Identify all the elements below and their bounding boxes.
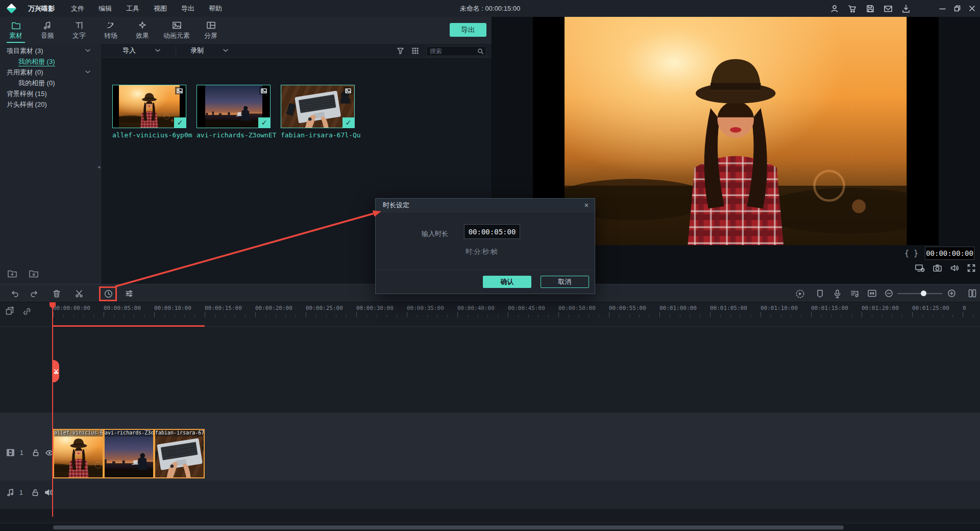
playhead[interactable] xyxy=(52,302,53,517)
record-button[interactable]: 录制 xyxy=(190,46,204,55)
lock-icon[interactable] xyxy=(31,488,39,497)
new-folder-icon[interactable] xyxy=(7,269,17,278)
split-scissors-icon[interactable] xyxy=(75,289,84,298)
timeline-clip-2[interactable]: avi-richards-Z3o xyxy=(104,429,154,478)
sidebar-item-project-media[interactable]: 项目素材 (3) xyxy=(0,45,102,56)
grid-view-icon[interactable] xyxy=(411,47,419,55)
import-button[interactable]: 导入 xyxy=(122,46,136,55)
render-preview-icon[interactable] xyxy=(795,289,805,299)
menu-tools[interactable]: 工具 xyxy=(119,0,146,17)
export-button[interactable]: 导出 xyxy=(450,23,486,37)
image-type-icon xyxy=(344,87,353,94)
fullscreen-icon[interactable] xyxy=(967,263,976,273)
search-box xyxy=(426,46,486,56)
filter-icon[interactable] xyxy=(397,47,404,55)
sidebar-item-my-album-shared[interactable]: 我的相册 (0) xyxy=(0,78,102,88)
ruler-label: 00:01:15:00 xyxy=(811,305,848,311)
import-chevron-icon[interactable] xyxy=(155,49,160,52)
tab-transition[interactable]: 转场 xyxy=(95,17,127,44)
preview-frame xyxy=(565,17,907,245)
timeline-ruler[interactable]: 00:00:00:0000:00:05:0000:00:10:0000:00:1… xyxy=(0,302,980,322)
duration-clock-icon[interactable] xyxy=(104,289,113,299)
zoom-slider-knob[interactable] xyxy=(921,291,926,296)
ruler-label: 00:00:10:00 xyxy=(154,305,191,311)
ruler-tick xyxy=(528,315,529,317)
scrollbar-thumb[interactable] xyxy=(53,525,844,529)
video-track-header: 1 xyxy=(0,448,54,457)
mark-out-icon[interactable]: } xyxy=(914,249,918,258)
redo-icon[interactable] xyxy=(30,289,39,298)
timeline-clip-1[interactable]: allef-vinicius-6 xyxy=(53,429,104,478)
horizontal-scrollbar[interactable] xyxy=(0,524,980,531)
undo-icon[interactable] xyxy=(10,289,19,298)
delete-trash-icon[interactable] xyxy=(52,289,61,298)
timeline-clip-3[interactable]: fabian-irsara-67 xyxy=(154,429,205,478)
media-item-1[interactable]: ✓ allef-vinicius-6yp0m xyxy=(112,85,186,139)
account-icon[interactable] xyxy=(830,4,839,13)
download-icon[interactable] xyxy=(901,4,911,13)
ruler-label: 00:00:40:00 xyxy=(457,305,495,311)
sidebar-item-shared-media[interactable]: 共用素材 (0) xyxy=(0,67,102,78)
ruler-label: 00:00:20:00 xyxy=(255,305,292,311)
audio-track[interactable] xyxy=(0,480,980,509)
mute-speaker-icon[interactable] xyxy=(950,263,959,273)
fit-timeline-icon[interactable] xyxy=(867,289,877,298)
video-track-icon xyxy=(6,448,15,457)
sidebar-item-my-album-project[interactable]: 我的相册 (3) xyxy=(0,56,102,67)
adjust-sliders-icon[interactable] xyxy=(125,289,134,298)
chevron-down-icon[interactable] xyxy=(85,49,90,52)
dialog-close-icon[interactable]: × xyxy=(584,199,589,212)
window-minimize-icon[interactable] xyxy=(939,5,946,12)
display-settings-icon[interactable] xyxy=(915,263,925,273)
delete-folder-icon[interactable] xyxy=(29,269,39,278)
marker-icon[interactable] xyxy=(816,289,824,298)
store-cart-icon[interactable] xyxy=(848,4,857,13)
save-icon[interactable] xyxy=(866,4,875,13)
ruler-label: 0 xyxy=(963,305,966,311)
ruler-tick xyxy=(144,315,144,317)
sidebar-item-intro-samples[interactable]: 片头样例 (20) xyxy=(0,99,102,110)
window-close-icon[interactable] xyxy=(968,5,976,12)
voiceover-mic-icon[interactable] xyxy=(833,289,842,299)
sidebar-item-background-samples[interactable]: 背景样例 (15) xyxy=(0,88,102,99)
ruler-tick xyxy=(346,315,347,317)
tab-elements[interactable]: 动画元素 xyxy=(158,17,195,44)
selection-duration-line xyxy=(53,325,205,327)
zoom-in-icon[interactable] xyxy=(947,289,956,298)
tab-text[interactable]: 文字 xyxy=(63,17,95,44)
mark-in-icon[interactable]: { xyxy=(904,249,909,258)
lock-icon[interactable] xyxy=(32,448,40,457)
ruler-tick xyxy=(659,312,660,317)
menu-edit[interactable]: 编辑 xyxy=(91,0,119,17)
tab-media[interactable]: 素材 xyxy=(0,17,32,44)
menu-export[interactable]: 导出 xyxy=(174,0,202,17)
menu-file[interactable]: 文件 xyxy=(64,0,91,17)
window-restore-icon[interactable] xyxy=(953,5,961,12)
media-item-3[interactable]: ✓ fabian-irsara-67l-Qu xyxy=(281,85,355,139)
snapshot-camera-icon[interactable] xyxy=(933,263,942,273)
mail-icon[interactable] xyxy=(884,4,893,13)
transition-icon xyxy=(106,20,115,30)
audio-mixer-icon[interactable] xyxy=(850,289,859,298)
menu-help[interactable]: 帮助 xyxy=(202,0,229,17)
zoom-out-icon[interactable] xyxy=(885,289,893,298)
tab-effects[interactable]: 效果 xyxy=(127,17,158,44)
sidebar-collapse-icon[interactable]: ◂ xyxy=(97,161,102,173)
menu-view[interactable]: 视图 xyxy=(146,0,174,17)
ruler-label: 00:00:15:00 xyxy=(205,305,242,311)
record-chevron-icon[interactable] xyxy=(223,49,228,52)
tab-splitscreen[interactable]: 分屏 xyxy=(195,17,227,44)
ruler-tick xyxy=(851,315,852,317)
search-input[interactable] xyxy=(430,46,476,56)
duration-input[interactable] xyxy=(464,224,520,239)
search-icon[interactable] xyxy=(477,48,484,55)
timeline-zoom-slider[interactable] xyxy=(897,293,942,294)
cancel-button[interactable]: 取消 xyxy=(541,276,589,288)
chevron-down-icon[interactable] xyxy=(85,70,90,74)
tab-audio[interactable]: 音频 xyxy=(32,17,63,44)
quick-cut-handle[interactable] xyxy=(53,360,59,382)
media-toolbar: 导入 录制 xyxy=(102,44,492,58)
confirm-button[interactable]: 确认 xyxy=(483,276,531,288)
media-item-2[interactable]: ✓ avi-richards-Z3ownET xyxy=(197,85,271,139)
panel-layout-icon[interactable] xyxy=(968,288,977,298)
